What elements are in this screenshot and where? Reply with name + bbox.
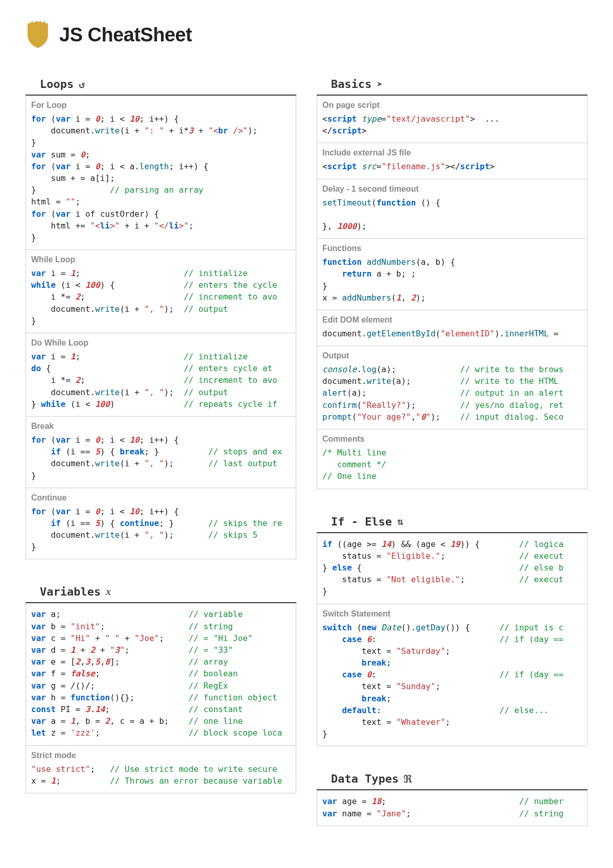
block-label: While Loop bbox=[31, 255, 291, 264]
block-label: Delay - 1 second timeout bbox=[322, 185, 582, 194]
code-block: On page script<script type="text/javascr… bbox=[317, 96, 587, 143]
section-title: Loops bbox=[40, 78, 74, 90]
code-block: var a; // variable var b = "init"; // st… bbox=[26, 603, 296, 745]
code-block: if ((age >= 14) && (age < 19)) { // logi… bbox=[317, 533, 587, 604]
code-snippet: document.getElementById("elementID").inn… bbox=[322, 328, 582, 339]
code-block: Delay - 1 second timeoutsetTimeout(funct… bbox=[317, 179, 587, 239]
code-snippet: for (var i = 0; i < 10; i++) { document.… bbox=[31, 113, 291, 243]
code-snippet: if ((age >= 14) && (age < 19)) { // logi… bbox=[322, 538, 582, 598]
section-basics: Basics➤ On page script<script type="text… bbox=[317, 75, 587, 489]
block-label: On page script bbox=[322, 101, 582, 110]
arrow-icon: ➤ bbox=[376, 78, 383, 90]
block-label: Include external JS file bbox=[322, 148, 582, 157]
shield-icon bbox=[26, 20, 50, 49]
code-snippet: var a; // variable var b = "init"; // st… bbox=[31, 608, 291, 739]
section-datatypes: Data Typesℜ var age = 18; // number var … bbox=[317, 769, 587, 826]
code-block: Continuefor (var i = 0; i < 10; i++) { i… bbox=[26, 488, 296, 560]
section-loops: Loops↺ For Loopfor (var i = 0; i < 10; i… bbox=[26, 75, 296, 559]
code-snippet: <script type="text/javascript"> ... </sc… bbox=[322, 113, 582, 136]
code-block: Functionsfunction addNumbers(a, b) { ret… bbox=[317, 239, 587, 310]
block-label: Strict mode bbox=[31, 751, 291, 760]
page-header: JS CheatSheet bbox=[26, 20, 587, 49]
block-label: Do While Loop bbox=[31, 338, 291, 348]
code-snippet: var i = 1; // initialize while (i < 100)… bbox=[31, 267, 291, 327]
code-snippet: setTimeout(function () { }, 1000); bbox=[322, 197, 582, 233]
code-block: For Loopfor (var i = 0; i < 10; i++) { d… bbox=[26, 96, 296, 250]
updown-icon: ⇅ bbox=[397, 515, 403, 528]
code-snippet: for (var i = 0; i < 10; i++) { if (i == … bbox=[31, 434, 291, 482]
code-snippet: function addNumbers(a, b) { return a + b… bbox=[322, 256, 582, 304]
section-title: Basics bbox=[331, 78, 371, 90]
block-label: Output bbox=[322, 351, 582, 360]
code-block: Outputconsole.log(a); // write to the br… bbox=[317, 346, 587, 429]
block-label: Switch Statement bbox=[322, 609, 582, 619]
block-label: Comments bbox=[322, 435, 582, 444]
code-block: var age = 18; // number var name = "Jane… bbox=[317, 790, 587, 826]
block-label: Functions bbox=[322, 244, 582, 253]
block-label: For Loop bbox=[31, 101, 291, 110]
code-block: Breakfor (var i = 0; i < 10; i++) { if (… bbox=[26, 417, 296, 488]
code-snippet: <script src="filename.js"></script> bbox=[322, 161, 582, 172]
code-snippet: var age = 18; // number var name = "Jane… bbox=[322, 795, 582, 819]
block-label: Break bbox=[31, 422, 291, 431]
code-snippet: console.log(a); // write to the brows do… bbox=[322, 363, 582, 423]
code-block: Include external JS file<script src="fil… bbox=[317, 143, 587, 179]
code-snippet: switch (new Date().getDay()) { // input … bbox=[322, 622, 582, 740]
page-title: JS CheatSheet bbox=[59, 24, 192, 46]
code-snippet: var i = 1; // initialize do { // enters … bbox=[31, 351, 291, 410]
section-ifelse: If - Else⇅ if ((age >= 14) && (age < 19)… bbox=[317, 512, 587, 747]
section-title: If - Else bbox=[331, 515, 392, 528]
block-label: Edit DOM element bbox=[322, 315, 582, 325]
code-snippet: for (var i = 0; i < 10; i++) { if (i == … bbox=[31, 506, 291, 553]
right-column: Basics➤ On page script<script type="text… bbox=[317, 75, 587, 849]
code-block: Comments/* Multi line comment */ // One … bbox=[317, 429, 587, 489]
real-icon: ℜ bbox=[404, 773, 412, 785]
loop-icon: ↺ bbox=[79, 78, 85, 90]
code-block: While Loopvar i = 1; // initialize while… bbox=[26, 250, 296, 333]
section-variables: Variablesx var a; // variable var b = "i… bbox=[26, 582, 296, 793]
code-block: Edit DOM elementdocument.getElementById(… bbox=[317, 310, 587, 346]
code-block: Do While Loopvar i = 1; // initialize do… bbox=[26, 333, 296, 417]
code-block: Switch Statementswitch (new Date().getDa… bbox=[317, 604, 587, 747]
section-title: Data Types bbox=[331, 772, 398, 785]
section-title: Variables bbox=[40, 585, 101, 598]
x-icon: x bbox=[106, 586, 111, 598]
code-snippet: /* Multi line comment */ // One line bbox=[322, 447, 582, 483]
block-label: Continue bbox=[31, 493, 291, 502]
code-snippet: "use strict"; // Use strict mode to writ… bbox=[31, 763, 291, 787]
code-block: Strict mode"use strict"; // Use strict m… bbox=[26, 746, 296, 793]
left-column: Loops↺ For Loopfor (var i = 0; i < 10; i… bbox=[26, 75, 296, 849]
